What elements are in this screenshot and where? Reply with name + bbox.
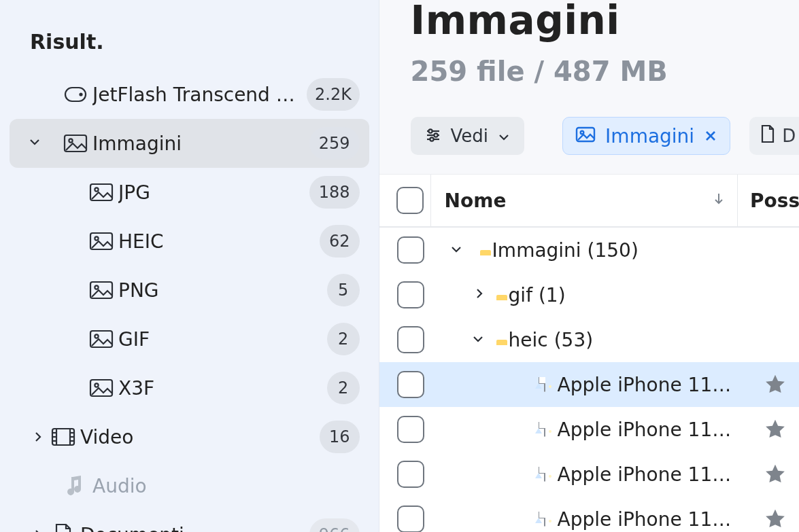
sidebar-item-label: Documenti [80, 524, 309, 533]
count-badge: 2 [327, 372, 360, 404]
select-all-checkbox[interactable] [396, 187, 424, 214]
close-icon[interactable] [704, 125, 717, 147]
table-row[interactable]: Apple iPhone 11… [379, 407, 799, 452]
document-icon [760, 124, 775, 147]
sidebar-item-audio[interactable]: Audio [10, 461, 369, 510]
filter-chip-label: D [782, 126, 796, 146]
sidebar-item-label: JPG [118, 181, 309, 204]
svg-point-30 [581, 130, 584, 134]
row-checkbox[interactable] [397, 416, 424, 443]
column-header-name[interactable]: Nome [431, 175, 738, 226]
svg-point-5 [95, 188, 98, 191]
row-label: Apple iPhone 11… [558, 419, 751, 441]
svg-point-11 [95, 334, 98, 338]
sidebar-item-jpg[interactable]: JPG 188 [10, 168, 369, 217]
image-icon [84, 183, 118, 202]
chevron-right-icon [30, 431, 46, 442]
sidebar-item-label: GIF [118, 328, 327, 351]
table-header: Nome Poss [379, 175, 799, 228]
table-row[interactable]: Apple iPhone 11… [379, 362, 799, 407]
table-row[interactable]: gif (1) [379, 272, 799, 317]
main-panel: Immagini 259 file / 487 MB Vedi Immagini [379, 0, 799, 532]
svg-point-26 [434, 133, 437, 137]
row-label: Apple iPhone 11… [558, 374, 751, 396]
svg-point-7 [95, 236, 98, 240]
row-label: Immagini (150) [492, 239, 751, 262]
filter-chip-documents[interactable]: D [749, 117, 799, 155]
svg-point-13 [95, 383, 98, 387]
image-icon [58, 134, 92, 153]
table-row[interactable]: heic (53) [379, 317, 799, 362]
row-checkbox[interactable] [397, 461, 424, 488]
svg-point-3 [69, 139, 72, 142]
row-checkbox[interactable] [397, 371, 424, 398]
file-image-icon [544, 468, 545, 481]
chevron-down-icon [29, 136, 41, 151]
chevron-down-icon[interactable] [450, 244, 462, 257]
image-icon [84, 281, 118, 300]
file-image-icon [544, 423, 545, 436]
image-icon [84, 378, 118, 397]
count-badge: 2 [327, 323, 360, 355]
filter-chip-images[interactable]: Immagini [562, 117, 730, 155]
column-header-label: Poss [750, 190, 799, 212]
image-icon [84, 330, 118, 349]
sidebar-item-label: PNG [118, 279, 327, 302]
column-header-poss[interactable]: Poss [738, 175, 799, 226]
sidebar-item-images[interactable]: Immagini 259 [10, 119, 369, 168]
sidebar-item-heic[interactable]: HEIC 62 [10, 217, 369, 266]
table-row[interactable]: Immagini (150) [379, 228, 799, 272]
sort-down-icon [713, 192, 725, 209]
chevron-down-icon[interactable] [472, 334, 484, 347]
view-dropdown-label: Vedi [451, 126, 489, 146]
count-badge: 188 [309, 176, 360, 209]
svg-point-1 [80, 94, 82, 96]
sidebar-item-label: JetFlash Transcend 16GB [92, 84, 307, 106]
star-icon[interactable] [764, 373, 787, 396]
count-badge: 259 [309, 127, 360, 160]
video-icon [46, 427, 80, 446]
sidebar-item-documents[interactable]: Documenti 966 [10, 510, 369, 532]
svg-point-24 [428, 129, 432, 132]
file-image-icon [544, 378, 545, 391]
row-label: heic (53) [509, 329, 751, 351]
drive-icon [58, 86, 92, 103]
page-title: Immagini [411, 0, 799, 43]
sidebar-section-title: Risult. [30, 30, 369, 54]
row-label: Apple iPhone 11… [558, 463, 751, 486]
sidebar-item-drive[interactable]: JetFlash Transcend 16GB 2.2K [10, 70, 369, 119]
row-checkbox[interactable] [397, 326, 424, 353]
sidebar-item-label: Immagini [92, 132, 309, 155]
chevron-right-icon[interactable] [475, 287, 484, 302]
document-icon [46, 523, 80, 532]
table-row[interactable]: Apple iPhone 11… [379, 452, 799, 497]
row-checkbox[interactable] [397, 506, 424, 532]
sidebar-item-gif[interactable]: GIF 2 [10, 315, 369, 363]
svg-point-28 [430, 137, 433, 141]
star-icon[interactable] [764, 508, 787, 531]
sidebar-item-video[interactable]: Video 16 [10, 412, 369, 461]
sidebar-item-png[interactable]: PNG 5 [10, 266, 369, 315]
row-checkbox[interactable] [397, 281, 424, 308]
star-icon[interactable] [764, 418, 787, 441]
row-label: Apple iPhone 11… [558, 508, 751, 531]
count-badge: 966 [309, 518, 360, 532]
filter-chip-label: Immagini [605, 125, 694, 147]
sidebar-item-label: HEIC [118, 230, 320, 253]
image-icon [84, 232, 118, 251]
audio-icon [58, 474, 92, 497]
sidebar-item-x3f[interactable]: X3F 2 [10, 363, 369, 412]
image-icon [575, 125, 596, 147]
star-icon[interactable] [764, 463, 787, 486]
page-subtitle: 259 file / 487 MB [411, 56, 799, 87]
toolbar: Vedi Immagini D [411, 117, 799, 174]
sidebar-item-label: Video [80, 426, 320, 448]
sidebar-item-label: X3F [118, 377, 327, 400]
sliders-icon [425, 126, 441, 146]
view-dropdown[interactable]: Vedi [411, 117, 525, 155]
table-row[interactable]: Apple iPhone 11… [379, 497, 799, 532]
count-badge: 16 [320, 421, 360, 453]
count-badge: 5 [327, 274, 360, 306]
count-badge: 2.2K [307, 78, 359, 111]
row-checkbox[interactable] [397, 236, 424, 264]
